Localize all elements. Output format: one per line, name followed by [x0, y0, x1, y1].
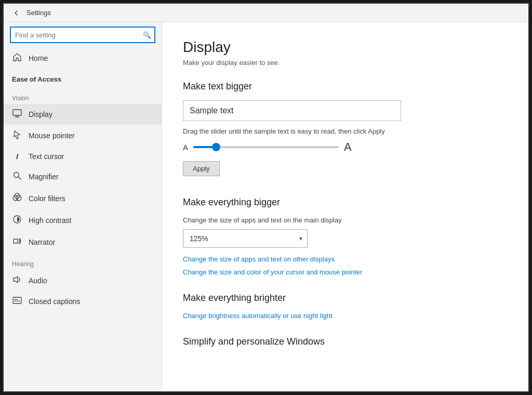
search-container: 🔍 — [10, 27, 155, 43]
size-dropdown[interactable]: 100% 125% 150% 175% — [183, 229, 308, 248]
cursor-color-link[interactable]: Change the size and color of your cursor… — [183, 268, 508, 276]
sidebar-item-text-cursor[interactable]: I Text cursor — [4, 147, 162, 166]
svg-marker-10 — [14, 276, 18, 283]
search-input[interactable] — [10, 27, 155, 43]
mouse-pointer-icon — [12, 130, 22, 141]
sidebar-item-narrator[interactable]: Narrator — [4, 231, 162, 253]
everything-bigger-desc: Change the size of apps and text on the … — [183, 216, 508, 224]
slider-description: Drag the slider until the sample text is… — [183, 127, 508, 135]
text-cursor-icon: I — [12, 152, 22, 161]
settings-window: Settings 🔍 Home Ease of Access — [3, 3, 529, 392]
slider-thumb[interactable] — [212, 143, 220, 151]
sidebar-item-home[interactable]: Home — [4, 47, 162, 69]
sidebar-item-audio-label: Audio — [29, 276, 47, 285]
section-simplify: Simplify and personalize Windows — [183, 336, 508, 347]
text-bigger-title: Make text bigger — [183, 81, 508, 92]
main-panel: Display Make your display easier to see.… — [162, 22, 528, 391]
sidebar-item-mouse-pointer-label: Mouse pointer — [29, 131, 75, 140]
sidebar-item-display-label: Display — [29, 110, 52, 118]
color-filters-icon — [12, 193, 22, 204]
sidebar-item-home-label: Home — [29, 54, 48, 62]
hearing-section-label: Hearing — [4, 253, 162, 270]
section-text-bigger: Make text bigger Sample text Drag the sl… — [183, 81, 508, 180]
sidebar-item-closed-captions[interactable]: Closed captions — [4, 292, 162, 311]
svg-rect-11 — [13, 297, 21, 304]
sidebar-item-color-filters-label: Color filters — [29, 194, 65, 203]
section-brighter: Make everything brighter Change brightne… — [183, 293, 508, 320]
sidebar-item-closed-captions-label: Closed captions — [29, 297, 81, 306]
simplify-title: Simplify and personalize Windows — [183, 336, 508, 347]
sidebar-item-audio[interactable]: Audio — [4, 270, 162, 292]
sidebar-item-high-contrast-label: High contrast — [29, 216, 71, 225]
sidebar-item-magnifier[interactable]: Magnifier — [4, 166, 162, 188]
narrator-icon — [12, 236, 22, 248]
audio-icon — [12, 275, 22, 286]
brightness-link[interactable]: Change brightness automatically or use n… — [183, 312, 508, 320]
titlebar: Settings — [4, 4, 528, 22]
page-title: Display — [183, 39, 508, 56]
search-icon: 🔍 — [143, 31, 151, 39]
sidebar-item-display[interactable]: Display — [4, 104, 162, 125]
slider-row: A A — [183, 140, 508, 154]
svg-rect-9 — [14, 239, 18, 243]
magnifier-icon — [12, 171, 22, 182]
other-displays-link[interactable]: Change the size of apps and text on othe… — [183, 255, 508, 263]
text-size-slider[interactable] — [193, 146, 339, 148]
slider-label-large: A — [344, 140, 352, 154]
section-everything-bigger: Make everything bigger Change the size o… — [183, 197, 508, 276]
sample-text-box: Sample text — [183, 100, 401, 121]
sidebar-item-color-filters[interactable]: Color filters — [4, 188, 162, 209]
page-subtitle: Make your display easier to see. — [183, 59, 508, 67]
high-contrast-icon — [12, 215, 22, 226]
sidebar-item-mouse-pointer[interactable]: Mouse pointer — [4, 125, 162, 147]
sidebar-item-magnifier-label: Magnifier — [29, 173, 59, 181]
svg-point-3 — [14, 173, 19, 178]
sidebar-item-high-contrast[interactable]: High contrast — [4, 209, 162, 231]
slider-label-small: A — [183, 143, 188, 152]
sidebar-category: Ease of Access — [4, 69, 162, 87]
content-area: 🔍 Home Ease of Access Vision — [4, 22, 528, 391]
svg-line-4 — [19, 177, 21, 180]
size-dropdown-wrapper: 100% 125% 150% 175% ▾ — [183, 229, 308, 248]
titlebar-title: Settings — [26, 9, 51, 17]
svg-rect-0 — [13, 110, 21, 115]
apply-button[interactable]: Apply — [183, 161, 220, 176]
vision-section-label: Vision — [4, 87, 162, 104]
sidebar-item-text-cursor-label: Text cursor — [29, 152, 64, 161]
display-icon — [12, 109, 22, 120]
brighter-title: Make everything brighter — [183, 293, 508, 304]
closed-captions-icon — [12, 297, 22, 306]
everything-bigger-title: Make everything bigger — [183, 197, 508, 208]
sidebar-item-narrator-label: Narrator — [29, 238, 55, 246]
sidebar: 🔍 Home Ease of Access Vision — [4, 22, 162, 391]
back-button[interactable] — [10, 7, 22, 19]
home-icon — [12, 52, 22, 64]
